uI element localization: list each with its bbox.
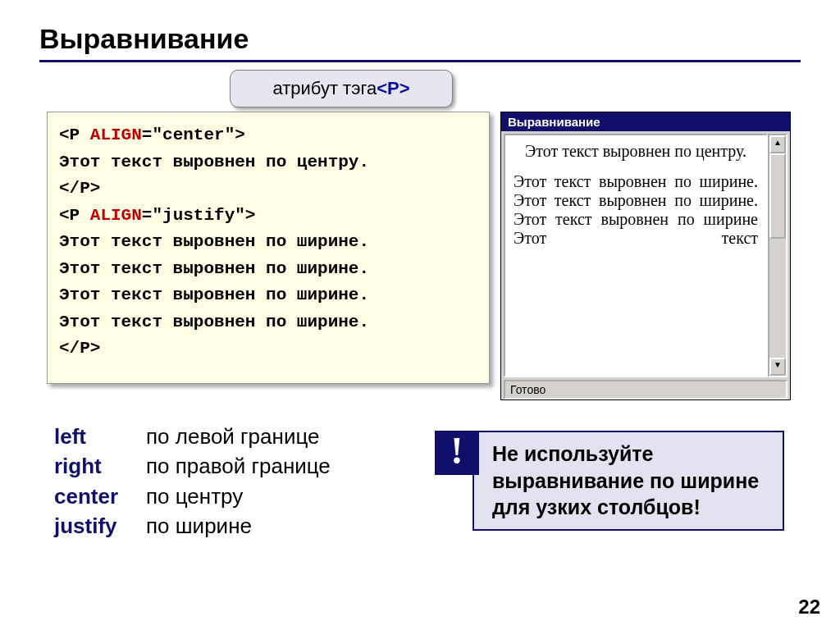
slide-title: Выравнивание [39, 23, 801, 55]
code-rest-2: ="justify"> [142, 206, 256, 225]
callout-tag: <P> [377, 78, 409, 99]
browser-preview: Выравнивание Этот текст выровнен по цент… [500, 112, 791, 400]
legend-val-left: по левой границе [146, 422, 319, 451]
scroll-down-icon[interactable]: ▼ [769, 358, 786, 376]
browser-body: Этот текст выровнен по центру. Этот текс… [501, 131, 790, 380]
code-p-open-2: <P [59, 206, 90, 225]
code-line-5: Этот текст выровнен по ширине. [59, 229, 477, 256]
legend-key-justify: justify [54, 511, 146, 541]
code-line-4: <P ALIGN="justify"> [59, 203, 477, 230]
attribute-callout: атрибут тэга <P> [230, 70, 453, 107]
scroll-track[interactable] [769, 239, 786, 358]
legend-key-right: right [54, 451, 146, 481]
code-line-2: Этот текст выровнен по центру. [59, 149, 477, 176]
browser-titlebar: Выравнивание [501, 112, 790, 131]
browser-content: Этот текст выровнен по центру. Этот текс… [504, 134, 768, 377]
legend-row-right: right по правой границе [54, 451, 331, 481]
legend-val-center: по центру [146, 482, 243, 511]
legend-val-right: по правой границе [146, 451, 331, 481]
align-values-legend: left по левой границе right по правой гр… [54, 422, 331, 541]
legend-key-center: center [54, 482, 146, 511]
browser-statusbar: Готово [504, 380, 788, 399]
preview-center-paragraph: Этот текст выровнен по центру. [514, 142, 758, 161]
scroll-up-icon[interactable]: ▲ [769, 135, 786, 153]
scroll-thumb[interactable] [769, 153, 786, 239]
code-line-1: <P ALIGN="center"> [59, 122, 477, 149]
page-number: 22 [798, 596, 820, 619]
code-line-7: Этот текст выровнен по ширине. [59, 282, 477, 309]
preview-justify-paragraph: Этот текст выровнен по ширине. Этот текс… [514, 172, 758, 248]
code-line-9: </P> [59, 336, 477, 363]
legend-key-left: left [54, 422, 146, 451]
callout-prefix: атрибут тэга [272, 78, 377, 99]
code-p-open: <P [59, 126, 90, 144]
code-line-3: </P> [59, 176, 477, 203]
code-rest-1: ="center"> [142, 126, 245, 144]
scrollbar[interactable]: ▲ ▼ [768, 134, 788, 377]
legend-row-center: center по центру [54, 482, 331, 511]
code-attr-align-1: ALIGN [90, 126, 142, 144]
warning-block: ! Не используйте выравнивание по ширине … [435, 431, 784, 531]
legend-row-left: left по левой границе [54, 422, 331, 451]
legend-val-justify: по ширине [146, 511, 252, 541]
exclamation-icon: ! [435, 431, 479, 475]
code-line-6: Этот текст выровнен по ширине. [59, 256, 477, 283]
legend-row-justify: justify по ширине [54, 511, 331, 541]
title-rule [39, 60, 801, 62]
code-example-box: <P ALIGN="center"> Этот текст выровнен п… [47, 112, 490, 384]
code-attr-align-2: ALIGN [90, 206, 142, 225]
code-line-8: Этот текст выровнен по ширине. [59, 309, 477, 336]
warning-text: Не используйте выравнивание по ширине дл… [472, 431, 784, 531]
